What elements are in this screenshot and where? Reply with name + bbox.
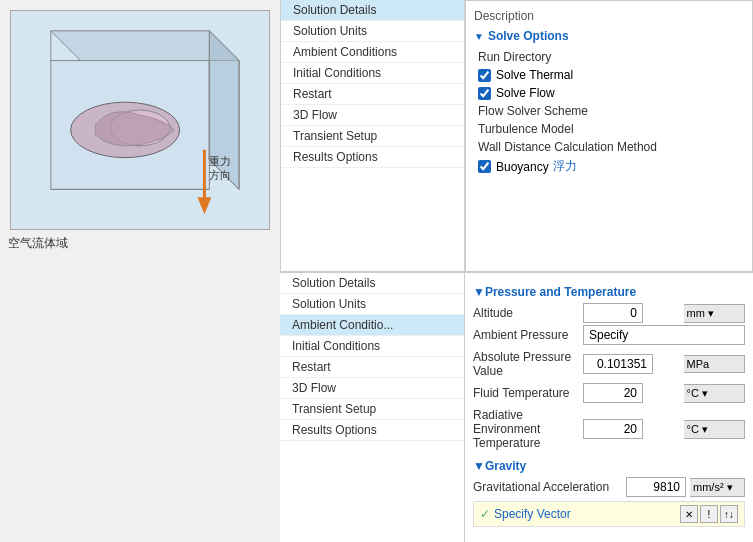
abs-pressure-label: Absolute Pressure Value xyxy=(473,347,579,381)
ambient-prop-grid: Altitude mm ▾ Ambient Pressure Absolute … xyxy=(473,303,745,453)
grav-acc-unit[interactable]: mm/s² ▾ xyxy=(690,478,745,497)
rad-env-temp-input[interactable] xyxy=(583,419,643,439)
altitude-input[interactable] xyxy=(583,303,643,323)
altitude-label: Altitude xyxy=(473,303,579,323)
ambient-content: ▼ Pressure and Temperature Altitude mm ▾… xyxy=(465,273,753,542)
center-panel: Solution Details Solution Units Ambient … xyxy=(280,0,753,542)
solve-flow-label: Solve Flow xyxy=(496,86,555,100)
bottom-row: Solution Details Solution Units Ambient … xyxy=(280,272,753,542)
specify-vector-exclaim-button[interactable]: ! xyxy=(700,505,718,523)
ambient-pressure-label: Ambient Pressure xyxy=(473,325,579,345)
ambient-tree-results-options[interactable]: Results Options xyxy=(280,420,464,441)
grav-acc-input[interactable] xyxy=(626,477,686,497)
tree-item-results-options[interactable]: Results Options xyxy=(281,147,464,168)
ambient-tree-ambient-conditions[interactable]: Ambient Conditio... xyxy=(280,315,464,336)
altitude-unit[interactable]: mm ▾ xyxy=(684,304,746,323)
solution-tree-top: Solution Details Solution Units Ambient … xyxy=(280,0,465,272)
fluid-temp-input[interactable] xyxy=(583,383,643,403)
rad-env-temp-label: Radiative Environment Temperature xyxy=(473,405,579,453)
svg-text:方向: 方向 xyxy=(209,169,231,181)
grav-acc-label: Gravitational Acceleration xyxy=(473,477,622,497)
svg-text:重力: 重力 xyxy=(209,155,231,167)
solve-options-header[interactable]: ▼ Solve Options xyxy=(474,29,744,43)
run-directory-row: Run Directory xyxy=(474,48,744,66)
specify-vector-row: ✓ Specify Vector ✕ ! ↑↓ xyxy=(473,501,745,527)
check-icon: ✓ xyxy=(480,507,490,521)
right-panel: Description ▼ Solve Options Run Director… xyxy=(465,0,753,272)
buoyancy-label: Buoyancy xyxy=(496,160,549,174)
tree-item-3d-flow[interactable]: 3D Flow xyxy=(281,105,464,126)
pressure-temp-header[interactable]: ▼ Pressure and Temperature xyxy=(473,285,745,299)
solve-flow-checkbox[interactable] xyxy=(478,87,491,100)
gravity-label: Gravity xyxy=(485,459,526,473)
run-directory-label: Run Directory xyxy=(478,50,598,64)
pressure-temp-label: Pressure and Temperature xyxy=(485,285,636,299)
abs-pressure-input[interactable] xyxy=(583,354,653,374)
tree-item-solution-details[interactable]: Solution Details xyxy=(281,0,464,21)
left-panel: 重力 方向 空气流体域 xyxy=(0,0,280,542)
ambient-tree-restart[interactable]: Restart xyxy=(280,357,464,378)
buoyancy-chinese-label: 浮力 xyxy=(553,158,577,175)
tree-item-restart[interactable]: Restart xyxy=(281,84,464,105)
ambient-tree-initial-conditions[interactable]: Initial Conditions xyxy=(280,336,464,357)
tree-item-solution-units[interactable]: Solution Units xyxy=(281,21,464,42)
rad-env-temp-unit[interactable]: °C ▾ xyxy=(684,420,746,439)
main-container: 重力 方向 空气流体域 Solution Details Solution Un… xyxy=(0,0,753,542)
tree-item-ambient-conditions[interactable]: Ambient Conditions xyxy=(281,42,464,63)
wall-distance-label: Wall Distance Calculation Method xyxy=(478,140,657,154)
wall-distance-row: Wall Distance Calculation Method xyxy=(474,138,744,156)
ambient-pressure-input[interactable] xyxy=(583,325,745,345)
turbulence-row: Turbulence Model xyxy=(474,120,744,138)
gravity-header[interactable]: ▼ Gravity xyxy=(473,459,745,473)
flow-solver-label: Flow Solver Scheme xyxy=(478,104,598,118)
viewport: 重力 方向 xyxy=(10,10,270,230)
solve-thermal-row: Solve Thermal xyxy=(474,66,744,84)
solve-flow-row: Solve Flow xyxy=(474,84,744,102)
gravity-prop-grid: Gravitational Acceleration mm/s² ▾ xyxy=(473,477,745,497)
air-domain-label: 空气流体域 xyxy=(8,235,280,252)
specify-vector-arrows-button[interactable]: ↑↓ xyxy=(720,505,738,523)
tree-item-transient-setup[interactable]: Transient Setup xyxy=(281,126,464,147)
flow-solver-row: Flow Solver Scheme xyxy=(474,102,744,120)
ambient-tree-solution-units[interactable]: Solution Units xyxy=(280,294,464,315)
fluid-temp-unit[interactable]: °C ▾ xyxy=(684,384,746,403)
solve-thermal-checkbox[interactable] xyxy=(478,69,491,82)
fluid-temp-label: Fluid Temperature xyxy=(473,383,579,403)
solve-options-group: ▼ Solve Options Run Directory Solve Ther… xyxy=(474,29,744,177)
turbulence-label: Turbulence Model xyxy=(478,122,598,136)
buoyancy-checkbox[interactable] xyxy=(478,160,491,173)
ambient-tree-3d-flow[interactable]: 3D Flow xyxy=(280,378,464,399)
solve-options-label: Solve Options xyxy=(488,29,569,43)
grav-triangle-icon: ▼ xyxy=(473,459,485,473)
triangle-icon: ▼ xyxy=(474,31,484,42)
buoyancy-row: Buoyancy 浮力 xyxy=(474,156,744,177)
specify-vector-x-button[interactable]: ✕ xyxy=(680,505,698,523)
tree-item-initial-conditions[interactable]: Initial Conditions xyxy=(281,63,464,84)
pt-triangle-icon: ▼ xyxy=(473,285,485,299)
ambient-tree: Solution Details Solution Units Ambient … xyxy=(280,273,465,542)
abs-pressure-unit[interactable]: MPa xyxy=(684,355,746,373)
specify-vector-label[interactable]: Specify Vector xyxy=(494,507,678,521)
solve-thermal-label: Solve Thermal xyxy=(496,68,573,82)
ambient-tree-transient-setup[interactable]: Transient Setup xyxy=(280,399,464,420)
top-row: Solution Details Solution Units Ambient … xyxy=(280,0,753,272)
description-label: Description xyxy=(474,9,744,23)
ambient-tree-solution-details[interactable]: Solution Details xyxy=(280,273,464,294)
